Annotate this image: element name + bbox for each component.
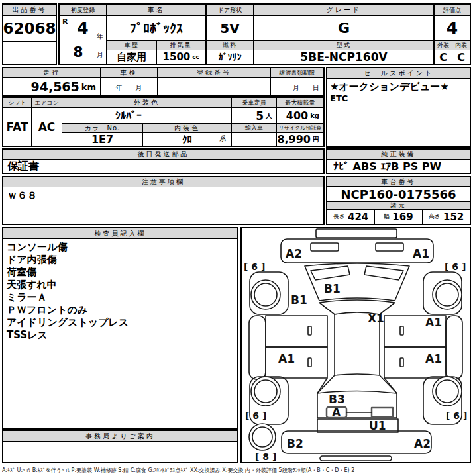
length-label: 長さ xyxy=(333,213,345,221)
inspection-label: 車検 xyxy=(101,68,157,78)
registration-number-label: 登録番号 xyxy=(158,68,270,78)
imported-label: 輸入車 xyxy=(232,124,276,133)
shift-cell: シフト FAT xyxy=(3,98,31,146)
registration-number-cell: 登録番号 xyxy=(157,68,270,95)
score-label: 評価点 xyxy=(435,5,470,16)
inspector-note: ドア内張傷 xyxy=(7,254,234,266)
rear-under-band xyxy=(317,419,398,432)
mark-tire-front-left: [ 6 ] xyxy=(244,262,265,272)
max-load-label: 最大積載量 xyxy=(277,98,323,108)
transfer-deadline-units: 月 日 xyxy=(271,78,323,95)
mark-right-rear-door: A1 xyxy=(425,352,442,365)
front-bumper-shape xyxy=(281,239,433,263)
mark-hood: B1 xyxy=(324,282,341,295)
transfer-deadline-cell: 譲渡書類期限 月 日 xyxy=(270,68,323,95)
displacement-unit: cc xyxy=(192,54,199,60)
caution-notes-box: 注意事項欄 ｗ６８ xyxy=(2,176,325,225)
model-code-value: 5BE-NCP160V xyxy=(254,50,433,64)
recycle-cell: リサイクル預託金 8,990 円 xyxy=(276,124,323,146)
rear-fold-right-line xyxy=(384,378,397,393)
inspector-note: 天張すれ中 xyxy=(7,279,234,291)
sales-point-label: セールスポイント xyxy=(327,68,470,79)
fuel-value: ｶﾞｿﾘﾝ xyxy=(207,50,253,64)
grade-value: G xyxy=(254,16,433,41)
lot-number-box: 出品番号 62068 xyxy=(2,3,57,65)
inspector-note: コンソール傷 xyxy=(7,241,234,254)
first-registration-month-cell: 8 月 xyxy=(60,42,106,64)
car-damage-diagram: A2 A1 B1 B1 X1 A1 A1 A1 B3 A U1 B2 A2 [ … xyxy=(242,228,470,462)
width-value: 169 xyxy=(392,211,413,223)
rear-door-left-shape xyxy=(266,347,327,378)
mileage-label: 走行 xyxy=(3,68,100,78)
height-label: 高さ xyxy=(429,213,441,221)
exterior-grade-cell: 外装 C xyxy=(435,41,452,64)
inspector-notes-box: 検査員記入欄 コンソール傷 ドア内張傷 荷室傷 天張すれ中 ミラーＡ ＰＷフロン… xyxy=(2,227,238,430)
capacity-value: 5 人 xyxy=(232,108,276,123)
mark-tire-front-right: [ 6 ] xyxy=(445,262,466,272)
reg-year-unit: 年 xyxy=(97,32,103,41)
rocker-left-shape xyxy=(249,316,266,379)
recycle-unit: 円 xyxy=(313,135,319,144)
oem-equipment-value: ﾅﾋﾞ ABS ｴｱB PS PW xyxy=(327,160,470,173)
color-no-cell: カラーNo. 1E7 xyxy=(62,124,142,146)
reg-month-unit: 月 xyxy=(97,50,103,60)
rear-garnish-shape xyxy=(320,456,392,461)
registration-number-value xyxy=(158,78,270,95)
sales-point-box: セールスポイント ★オークションデビュー★ ETC xyxy=(326,67,471,148)
cowl-left-shape xyxy=(311,266,350,280)
interior-grade-cell: 内装 C xyxy=(452,41,470,64)
mark-tire-rear-right: [ 6 ] xyxy=(446,410,467,421)
rear-fold-left-line xyxy=(317,378,327,393)
interior-color-suffix: 系 xyxy=(219,134,226,144)
displacement-cell: 排気量 1500 cc xyxy=(156,41,206,64)
mark-front-bumper-left: A2 xyxy=(286,247,302,260)
height-value: 152 xyxy=(443,211,464,223)
fuel-label: 燃料 xyxy=(207,41,253,50)
max-load-value: 400 kg xyxy=(277,108,323,123)
length-value: 424 xyxy=(348,211,368,223)
mark-rear-bumper-left: B2 xyxy=(287,437,303,450)
mark-left-rear-door: A1 xyxy=(278,352,295,365)
displacement-label: 排気量 xyxy=(157,41,206,50)
mileage-value: 94,565 km xyxy=(3,78,100,95)
lot-number-value: 62068 xyxy=(3,16,56,42)
inspector-note: 荷室傷 xyxy=(7,266,234,279)
imported-value xyxy=(232,133,276,146)
interior-grade-label: 内装 xyxy=(452,41,470,50)
displacement-value: 1500 cc xyxy=(157,50,206,64)
mark-windshield: X1 xyxy=(368,312,384,325)
rocker-right-shape xyxy=(446,316,462,379)
height-cell: 高さ 152 xyxy=(422,210,470,224)
score-value: 4 xyxy=(435,16,470,41)
oem-equipment-label: 純正装備 xyxy=(327,150,470,160)
imported-cell: 輸入車 xyxy=(231,124,276,146)
exterior-color-label: 外装色 xyxy=(62,98,231,108)
mark-spare-tire: [ 8 ] xyxy=(255,452,276,462)
headlight-right-shape xyxy=(376,243,403,251)
history-label: 車歴 xyxy=(107,41,156,50)
door-handle-left-front xyxy=(308,326,311,335)
shift-label: シフト xyxy=(3,98,31,108)
later-parts-box: 後日発送部品 保証書 xyxy=(2,148,325,174)
rear-gate-right-frame xyxy=(372,408,393,417)
capacity-number: 5 xyxy=(256,109,264,122)
car-name-label: 車名 xyxy=(107,5,205,16)
mark-rear-bumper-right: A2 xyxy=(414,437,431,450)
mark-rear-gate: A xyxy=(332,406,341,419)
mileage-unit: km xyxy=(81,82,96,92)
lot-number-empty-cell xyxy=(3,42,56,64)
max-load-number: 400 xyxy=(286,109,308,122)
mark-right-front-door: A1 xyxy=(425,316,442,329)
rear-bumper-shape xyxy=(282,431,431,453)
caution-notes-label: 注意事項欄 xyxy=(3,177,323,187)
capacity-cell: 乗車定員 5 人 xyxy=(231,98,276,123)
vehicle-header-table: 初度登録 R 4 年 8 月 車名 ﾌﾟﾛﾎﾞｯｸｽ 車歴 自家用 排気量 15… xyxy=(58,3,471,65)
mark-left-front-fender: B1 xyxy=(291,293,307,307)
chassis-box: 車台番号 NCP160-0175566 諸元 長さ 424 幅 169 高さ 1… xyxy=(326,176,471,225)
reg-month-value: 8 xyxy=(60,44,97,60)
first-registration-label: 初度登録 xyxy=(60,5,106,16)
door-shape-label: ドア形状 xyxy=(207,5,253,16)
inspector-note: ミラーＡ xyxy=(7,291,234,304)
exterior-color-sub-cell xyxy=(195,108,231,123)
first-registration-year-cell: R 4 年 xyxy=(60,16,106,42)
